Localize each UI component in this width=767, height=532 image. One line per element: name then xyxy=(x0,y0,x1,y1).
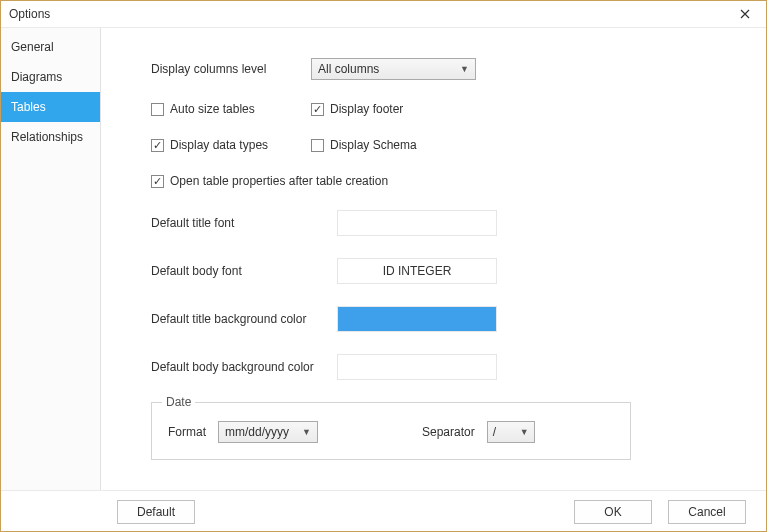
open-props-after-create-label: Open table properties after table creati… xyxy=(170,174,388,188)
default-title-font-label: Default title font xyxy=(151,216,311,230)
display-footer-label: Display footer xyxy=(330,102,403,116)
date-separator-select[interactable]: / ▼ xyxy=(487,421,535,443)
open-props-after-create-checkbox[interactable] xyxy=(151,175,164,188)
sidebar-item-tables[interactable]: Tables xyxy=(1,92,100,122)
date-separator-value: / xyxy=(493,425,496,439)
sidebar-item-relationships[interactable]: Relationships xyxy=(1,122,100,152)
cancel-button[interactable]: Cancel xyxy=(668,500,746,524)
default-title-bg-label: Default title background color xyxy=(151,312,337,326)
titlebar: Options xyxy=(1,1,766,28)
ok-button[interactable]: OK xyxy=(574,500,652,524)
date-format-value: mm/dd/yyyy xyxy=(225,425,289,439)
chevron-down-icon: ▼ xyxy=(302,427,311,437)
date-fieldset: Date Format mm/dd/yyyy ▼ Separator / ▼ xyxy=(151,402,631,460)
display-schema-checkbox[interactable] xyxy=(311,139,324,152)
footer: Default OK Cancel xyxy=(1,490,766,532)
default-body-bg-swatch[interactable] xyxy=(337,354,497,380)
display-columns-level-label: Display columns level xyxy=(151,62,311,76)
date-format-label: Format xyxy=(168,425,206,439)
auto-size-tables-label: Auto size tables xyxy=(170,102,255,116)
chevron-down-icon: ▼ xyxy=(520,427,529,437)
display-columns-level-select[interactable]: All columns ▼ xyxy=(311,58,476,80)
sidebar: General Diagrams Tables Relationships xyxy=(1,28,101,490)
date-separator-label: Separator xyxy=(422,425,475,439)
display-data-types-label: Display data types xyxy=(170,138,268,152)
display-data-types-checkbox[interactable] xyxy=(151,139,164,152)
sidebar-item-diagrams[interactable]: Diagrams xyxy=(1,62,100,92)
display-schema-label: Display Schema xyxy=(330,138,417,152)
display-columns-level-value: All columns xyxy=(318,62,379,76)
content-panel: Display columns level All columns ▼ Auto… xyxy=(101,28,766,490)
date-legend: Date xyxy=(162,395,195,409)
auto-size-tables-checkbox[interactable] xyxy=(151,103,164,116)
default-body-font-sample[interactable]: ID INTEGER xyxy=(337,258,497,284)
date-format-select[interactable]: mm/dd/yyyy ▼ xyxy=(218,421,318,443)
sidebar-item-general[interactable]: General xyxy=(1,32,100,62)
default-title-font-sample[interactable]: Table1 xyxy=(337,210,497,236)
chevron-down-icon: ▼ xyxy=(460,64,469,74)
close-button[interactable] xyxy=(730,2,760,26)
display-footer-checkbox[interactable] xyxy=(311,103,324,116)
body-area: General Diagrams Tables Relationships Di… xyxy=(1,28,766,490)
close-icon xyxy=(740,9,750,19)
default-button[interactable]: Default xyxy=(117,500,195,524)
window-title: Options xyxy=(9,7,50,21)
default-title-bg-swatch[interactable] xyxy=(337,306,497,332)
default-body-bg-label: Default body background color xyxy=(151,360,337,374)
default-body-font-label: Default body font xyxy=(151,264,311,278)
